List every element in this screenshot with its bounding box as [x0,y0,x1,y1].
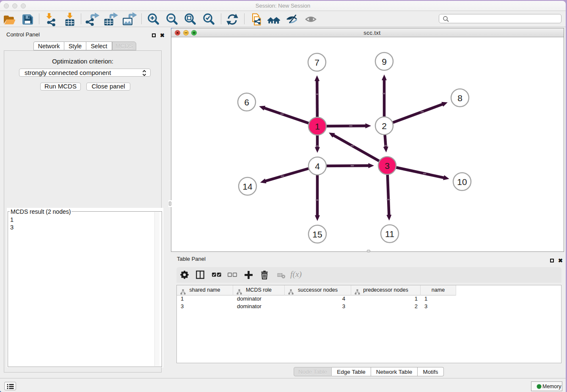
svg-text:9: 9 [382,57,387,66]
svg-text:6: 6 [244,97,249,107]
svg-text:8: 8 [457,93,462,103]
svg-text:2: 2 [382,121,387,131]
svg-text:15: 15 [312,229,322,239]
svg-text:7: 7 [314,58,319,67]
svg-text:3: 3 [385,161,390,171]
svg-text:14: 14 [242,182,253,191]
svg-text:10: 10 [457,177,467,187]
svg-text:4: 4 [315,161,320,171]
svg-text:1: 1 [315,121,320,131]
svg-text:11: 11 [385,229,394,239]
svg-text:f(x): f(x) [290,270,302,279]
